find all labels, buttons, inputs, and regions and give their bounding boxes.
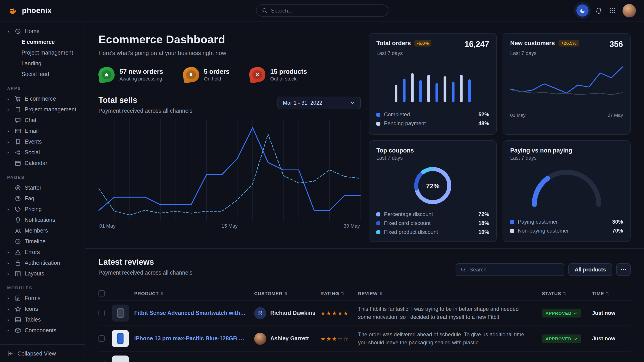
mail-icon [14, 128, 22, 134]
row-checkbox[interactable] [98, 335, 105, 342]
review-text: The order was delivered ahead of schedul… [358, 331, 542, 347]
x-label: 01 May [99, 223, 116, 229]
x-label: 30 May [344, 223, 360, 229]
sidebar-subitem-landing[interactable]: Landing [6, 58, 80, 69]
legend-value: 72% [478, 211, 489, 217]
sidebar-item-pricing[interactable]: ▸Pricing [6, 204, 80, 215]
review-time: Just now [592, 310, 630, 316]
share-icon [14, 149, 22, 156]
sidebar-item-label: Home [24, 28, 40, 34]
theme-toggle-button[interactable] [576, 4, 588, 16]
main-content: Ecommerce Dashboard Here's what's going … [85, 21, 644, 362]
col-product[interactable]: PRODUCT⇅ [134, 291, 254, 296]
customer-cell: Ashley Garrett [254, 333, 320, 345]
col-review[interactable]: REVIEW⇅ [358, 291, 542, 296]
reviews-header: Latest reviews Payment received across a… [98, 258, 630, 276]
total-orders-chart [395, 61, 471, 102]
row-checkbox[interactable] [98, 310, 105, 316]
total-orders-title: Total orders [376, 40, 411, 46]
clock-icon [14, 238, 22, 245]
sidebar-subitem-project-management[interactable]: Project management [6, 47, 80, 58]
reviews-controls: All products ⋯ [456, 263, 630, 276]
sidebar-item-faq[interactable]: Faq [6, 193, 80, 204]
x-label: 01 May [510, 112, 526, 118]
phone-image [117, 333, 124, 344]
legend-label: Paying customer [518, 219, 609, 225]
sidebar-item-label: Layouts [24, 271, 44, 277]
sidebar-item-starter[interactable]: Starter [6, 182, 80, 193]
legend-item-pending-payment: Pending payment48% [376, 119, 489, 128]
stat-bubble [98, 67, 114, 82]
sidebar-item-email[interactable]: ▸Email [6, 126, 80, 136]
reviews-search-input[interactable] [470, 267, 560, 273]
sidebar-item-notifications[interactable]: Notifications [6, 215, 80, 225]
stat-text: 15 productsOut of stock [270, 68, 307, 81]
donut-center-value: 72% [412, 165, 453, 206]
sidebar-item-errors[interactable]: ▸Errors [6, 247, 80, 258]
legend-value: 48% [478, 120, 489, 127]
sidebar-item-tables[interactable]: ▸Tables [6, 314, 80, 325]
sidebar-item-label: Email [24, 128, 39, 134]
sidebar-subitem-e-commerce[interactable]: E commerce [6, 37, 80, 47]
sidebar-subitem-social-feed[interactable]: Social feed [6, 69, 80, 80]
notifications-bell-icon[interactable] [595, 7, 602, 14]
total-orders-legend: Completed52%Pending payment48% [376, 110, 489, 128]
total-orders-period: Last 7 days [376, 50, 489, 56]
col-customer[interactable]: CUSTOMER⇅ [254, 291, 320, 296]
all-products-button[interactable]: All products [568, 263, 612, 276]
apps-grid-icon[interactable] [609, 7, 616, 14]
reviews-search[interactable] [456, 263, 564, 276]
brand-name: phoenix [22, 6, 52, 15]
sidebar-item-members[interactable]: Members [6, 225, 80, 236]
date-range-select[interactable]: Mar 1 - 31, 2022 [278, 97, 361, 109]
stat-value: 57 new orders [120, 68, 163, 75]
star-icon: ★ [332, 336, 338, 342]
user-avatar[interactable] [622, 4, 636, 17]
sidebar-item-social[interactable]: ▸Social [6, 147, 80, 158]
sidebar-item-label: Tables [24, 317, 41, 323]
sidebar-item-label: Errors [24, 249, 40, 255]
stat-value: 5 orders [204, 68, 229, 75]
sidebar-item-icons[interactable]: ▸Icons [6, 304, 80, 314]
caret-icon: ▸ [6, 150, 11, 154]
select-all-checkbox[interactable] [98, 290, 105, 297]
sidebar-item-calendar[interactable]: Calendar [6, 158, 80, 169]
chat-icon [14, 117, 22, 123]
more-actions-button[interactable]: ⋯ [616, 263, 630, 276]
alert-icon [14, 249, 22, 255]
caret-icon: ▸ [6, 107, 11, 112]
sidebar-item-chat[interactable]: Chat [6, 115, 80, 126]
row-checkbox[interactable] [98, 361, 105, 362]
collapsed-view-toggle[interactable]: Collapsed View [0, 344, 84, 362]
sidebar-item-label: Events [24, 139, 42, 145]
col-time[interactable]: TIME⇅ [592, 291, 630, 296]
sidebar-item-layouts[interactable]: ▸Layouts [6, 268, 80, 279]
sidebar-item-components[interactable]: ▸Components [6, 325, 80, 336]
sidebar-item-home[interactable]: ▾Home [6, 26, 80, 37]
product-link[interactable]: Fitbit Sense Advanced Smartwatch with To… [134, 310, 247, 316]
col-rating[interactable]: RATING⇅ [320, 291, 358, 296]
date-range-value: Mar 1 - 31, 2022 [283, 100, 322, 106]
total-sells-header: Total sells Payment received across all … [98, 96, 361, 114]
table-row: Fitbit Sense Advanced Smartwatch with To… [98, 300, 630, 326]
new-customers-x-axis: 01 May 07 May [510, 112, 623, 118]
global-search[interactable] [256, 4, 388, 16]
sort-icon: ⇅ [341, 291, 344, 296]
customer-name: Ashley Garrett [270, 335, 309, 342]
total-sells-x-axis: 01 May 15 May 30 May [98, 223, 361, 229]
sidebar-item-authentication[interactable]: ▸Authentication [6, 258, 80, 268]
sidebar-item-timeline[interactable]: Timeline [6, 236, 80, 247]
sidebar-item-e-commerce[interactable]: ▸E commerce [6, 93, 80, 104]
global-search-input[interactable] [271, 7, 382, 14]
sidebar-item-events[interactable]: ▸Events [6, 136, 80, 147]
col-status[interactable]: STATUS⇅ [542, 291, 592, 296]
caret-icon: ▸ [6, 272, 11, 276]
product-link[interactable]: iPhone 13 pro max-Pacific Blue-128GB sto… [134, 335, 247, 342]
sidebar-item-project-management[interactable]: ▸Project management [6, 104, 80, 115]
sidebar: ▾HomeE commerceProject managementLanding… [0, 21, 85, 362]
brand[interactable]: phoenix [8, 5, 52, 16]
dashboard-top: Ecommerce Dashboard Here's what's going … [85, 21, 644, 242]
legend-value: 30% [612, 219, 623, 225]
sidebar-item-forms[interactable]: ▸Forms [6, 293, 80, 304]
total-orders-value: 16,247 [464, 40, 489, 49]
